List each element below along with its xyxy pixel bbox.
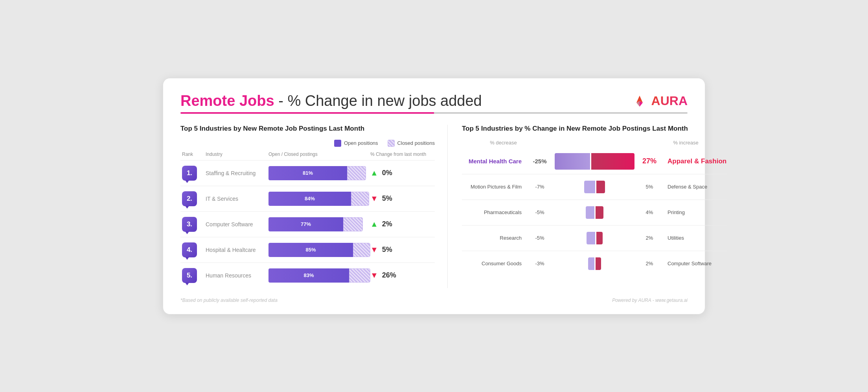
- right-pct-right: 4%: [638, 209, 661, 215]
- right-bars: [555, 180, 634, 194]
- footer: *Based on publicly available self-report…: [180, 298, 688, 303]
- right-bars: [555, 154, 634, 168]
- right-bar-decrease: [586, 206, 594, 219]
- table-header: Rank Industry Open / Closed postings % C…: [180, 152, 435, 157]
- change-cell: ▼ 5%: [370, 245, 433, 254]
- right-pct-left: -25%: [528, 158, 552, 165]
- change-cell: ▼ 5%: [370, 194, 433, 203]
- bar-closed: [349, 268, 370, 283]
- right-bars: [555, 205, 634, 220]
- right-data-row: Mental Health Care -25% 27% Apparel & Fa…: [462, 149, 727, 174]
- right-bars: [555, 231, 634, 245]
- legend-closed-box: [388, 140, 395, 147]
- right-industry-right: Computer Software: [664, 261, 727, 266]
- right-pct-right: 5%: [638, 184, 661, 190]
- right-bar-increase: [596, 232, 603, 244]
- industry-name: Hospital & Healtcare: [206, 247, 268, 253]
- industry-name: Human Resources: [206, 272, 268, 279]
- table-row: 3. Computer Software 77% ▲ 2%: [180, 211, 435, 237]
- legend-open-label: Open positions: [344, 140, 378, 146]
- right-section: Top 5 Industries by % Change in New Remo…: [447, 125, 727, 288]
- right-data-row: Motion Pictures & Film -7% 5% Defense & …: [462, 174, 727, 200]
- right-bar-increase: [596, 257, 601, 270]
- arrow-up-icon: ▲: [370, 220, 378, 229]
- industry-name: IT & Services: [206, 196, 268, 202]
- right-industry-left: Consumer Goods: [462, 261, 525, 266]
- title-bold: Remote Jobs: [180, 92, 274, 109]
- legend-closed-label: Closed positions: [397, 140, 435, 146]
- right-header-row: % decrease % increase: [462, 140, 727, 146]
- aura-logo-text: AURA: [651, 94, 688, 108]
- col-increase-label: % increase: [644, 140, 727, 146]
- right-pct-left: -7%: [528, 184, 552, 190]
- arrow-down-icon: ▼: [370, 194, 378, 203]
- top-bar-decrease: [555, 153, 590, 170]
- right-industry-right: Defense & Space: [664, 184, 727, 190]
- footer-note: *Based on publicly available self-report…: [180, 298, 278, 303]
- left-section: Top 5 Industries by New Remote Job Posti…: [180, 125, 435, 288]
- bar-closed: [351, 192, 369, 206]
- change-value: 5%: [382, 194, 392, 203]
- col-industry: Industry: [206, 152, 268, 157]
- rank-badge: 4.: [182, 242, 197, 257]
- header: Remote Jobs - % Change in new jobs added…: [180, 92, 688, 110]
- col-change: % Change from last month: [370, 152, 433, 157]
- right-bar-decrease: [587, 232, 595, 244]
- industry-name: Staffing & Recruiting: [206, 170, 268, 176]
- legend-closed: Closed positions: [388, 140, 435, 147]
- aura-logo-icon: [631, 92, 648, 110]
- bar-closed: [347, 166, 366, 180]
- right-bars: [555, 257, 634, 271]
- table-row: 5. Human Resources 83% ▼ 26%: [180, 263, 435, 288]
- industry-name: Computer Software: [206, 221, 268, 227]
- right-pct-left: -5%: [528, 235, 552, 241]
- right-section-title: Top 5 Industries by % Change in New Remo…: [462, 125, 727, 133]
- bar-container: 85%: [268, 242, 370, 258]
- col-postings: Open / Closed postings: [268, 152, 370, 157]
- change-cell: ▲ 0%: [370, 168, 433, 178]
- rank-badge: 1.: [182, 166, 197, 181]
- right-industry-right: Apparel & Fashion: [664, 157, 727, 165]
- change-cell: ▲ 2%: [370, 220, 433, 229]
- bar-open: 77%: [268, 217, 343, 231]
- right-bar-decrease: [584, 181, 595, 193]
- legend-open: Open positions: [334, 140, 378, 147]
- right-industry-left: Pharmaceuticals: [462, 209, 525, 215]
- arrow-up-icon: ▲: [370, 168, 378, 178]
- arrow-down-icon: ▼: [370, 271, 378, 280]
- footer-powered: Powered by AURA - www.getaura.ai: [612, 298, 688, 303]
- right-industry-right: Printing: [664, 209, 727, 215]
- rank-cell: 4.: [182, 242, 206, 257]
- right-data-row: Pharmaceuticals -5% 4% Printing: [462, 200, 727, 225]
- industry-table: 1. Staffing & Recruiting 81% ▲ 0% 2. IT …: [180, 160, 435, 288]
- right-data-row: Research -5% 2% Utilities: [462, 225, 727, 251]
- right-industry-left: Mental Health Care: [462, 158, 525, 165]
- bar-open: 83%: [268, 268, 349, 283]
- right-industry-right: Utilities: [664, 235, 727, 241]
- main-card: Remote Jobs - % Change in new jobs added…: [163, 78, 705, 314]
- bar-open: 85%: [268, 243, 353, 257]
- rank-cell: 3.: [182, 217, 206, 232]
- rank-badge: 3.: [182, 217, 197, 232]
- header-divider: [180, 112, 688, 114]
- bar-open: 84%: [268, 192, 351, 206]
- arrow-down-icon: ▼: [370, 245, 378, 254]
- col-rank: Rank: [182, 152, 206, 157]
- right-pct-right: 27%: [638, 157, 661, 165]
- rank-cell: 1.: [182, 166, 206, 181]
- right-bar-increase: [596, 181, 605, 193]
- change-value: 26%: [382, 271, 396, 279]
- right-bar-increase: [596, 206, 603, 219]
- rank-badge: 2.: [182, 191, 197, 206]
- table-row: 4. Hospital & Healtcare 85% ▼ 5%: [180, 237, 435, 263]
- change-value: 2%: [382, 220, 392, 228]
- rank-badge: 5.: [182, 268, 197, 283]
- change-value: 0%: [382, 169, 392, 177]
- bar-open: 81%: [268, 166, 347, 180]
- bar-container: 81%: [268, 165, 370, 181]
- change-cell: ▼ 26%: [370, 271, 433, 280]
- legend: Open positions Closed positions: [180, 140, 435, 147]
- rank-cell: 5.: [182, 268, 206, 283]
- right-industry-left: Research: [462, 235, 525, 241]
- right-pct-left: -3%: [528, 261, 552, 266]
